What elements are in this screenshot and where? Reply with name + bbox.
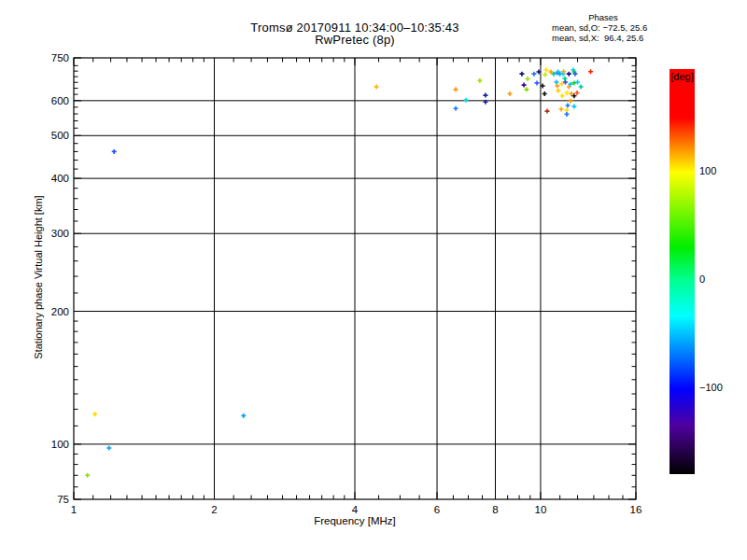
data-point	[588, 69, 593, 74]
colorbar-tick-label: −100	[699, 383, 723, 393]
data-point	[543, 91, 547, 96]
data-point	[565, 91, 570, 95]
data-point	[85, 473, 90, 478]
phase-colorbar	[669, 69, 695, 474]
data-point	[524, 87, 529, 91]
data-point	[565, 112, 570, 117]
y-tick-label: 300	[51, 228, 69, 239]
y-tick-label: 100	[51, 439, 69, 450]
data-point	[519, 72, 524, 77]
x-tick-label: 8	[492, 504, 498, 515]
data-point	[579, 84, 584, 89]
data-point	[92, 412, 97, 416]
colorbar-unit-label: [deg]	[662, 71, 702, 82]
data-point	[535, 80, 540, 85]
data-point	[531, 72, 536, 77]
x-axis-title: Frequency [MHz]	[75, 515, 635, 526]
data-point	[568, 99, 572, 104]
data-point	[507, 91, 512, 96]
data-point	[454, 87, 458, 91]
colorbar-tick-label: 0	[699, 274, 705, 285]
data-point	[522, 83, 527, 88]
y-tick-label: 500	[51, 130, 69, 141]
data-point	[543, 73, 547, 77]
y-tick-label: 600	[51, 95, 69, 106]
colorbar-tick-label: 100	[699, 166, 716, 176]
x-tick-label: 4	[352, 504, 359, 515]
data-point	[374, 84, 379, 89]
data-point	[483, 93, 487, 98]
data-point	[543, 68, 548, 73]
data-point	[571, 105, 576, 109]
data-point	[106, 446, 111, 451]
scatter-plot-canvas: 12468101675100200300400500600750	[0, 0, 747, 560]
data-point	[241, 413, 246, 418]
x-tick-label: 10	[535, 504, 547, 515]
y-tick-label: 200	[51, 306, 69, 317]
x-tick-label: 6	[434, 504, 440, 515]
x-tick-label: 16	[630, 504, 642, 515]
ionogram-figure: Tromsø 20170911 10:34:00–10:35:43 RwPret…	[0, 0, 747, 560]
data-point	[575, 79, 580, 84]
data-point	[565, 108, 570, 113]
data-point	[454, 106, 458, 111]
data-point	[464, 98, 469, 103]
y-axis-title: Stationary phase Virtual Height [km]	[33, 195, 44, 358]
data-point	[544, 109, 549, 114]
y-tick-label: 400	[51, 173, 69, 184]
data-point	[559, 106, 564, 111]
data-point	[526, 77, 530, 81]
data-point	[112, 149, 117, 154]
y-tick-label: 75	[57, 494, 69, 505]
x-tick-label: 1	[71, 504, 77, 515]
x-tick-label: 2	[211, 504, 217, 515]
data-point	[477, 78, 482, 83]
data-point	[567, 72, 571, 77]
data-point	[565, 104, 570, 108]
data-point	[556, 89, 560, 93]
data-point	[574, 91, 579, 95]
y-tick-label: 750	[51, 52, 69, 63]
data-point	[560, 93, 565, 98]
